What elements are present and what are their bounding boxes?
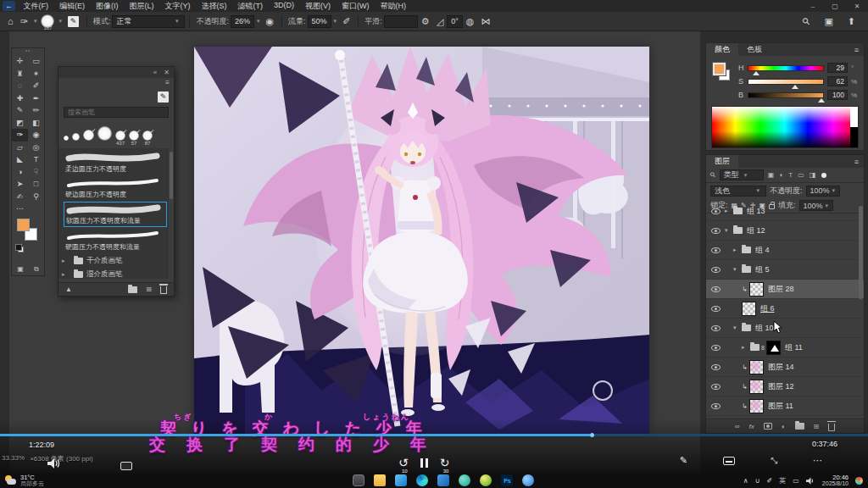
microsoft-store[interactable] (395, 474, 407, 486)
shrink-window-icon[interactable]: ⤡ (771, 456, 777, 466)
quick-mask-icon[interactable]: ▣ (17, 265, 24, 274)
visibility-toggle[interactable] (706, 364, 725, 370)
weather-widget[interactable]: 31°C 局部多云 (0, 474, 144, 486)
subtitle-toggle-icon[interactable] (723, 457, 735, 465)
close-panel-icon[interactable]: ✕ (164, 69, 170, 76)
expand-arrow-icon[interactable]: ▸ (742, 344, 750, 351)
patch-tool[interactable]: ◩ (12, 117, 28, 130)
saturation-value[interactable]: 62 (827, 76, 848, 86)
pencil-icon[interactable]: ✎ (680, 455, 687, 466)
move-tool[interactable]: ✛ (12, 55, 28, 68)
brush-folder-1[interactable]: ▸湿介质画笔 (62, 268, 169, 279)
new-group-icon[interactable] (128, 286, 137, 293)
zoom-level[interactable]: 33.33% (2, 454, 25, 463)
smoothing-input[interactable] (384, 15, 418, 28)
layer-row[interactable]: ▾组 12 (706, 221, 864, 241)
layer-row[interactable]: ▸组 4 (706, 241, 864, 260)
notification-icon[interactable] (855, 477, 863, 485)
visibility-toggle[interactable] (706, 267, 725, 273)
eraser-tool[interactable]: ▱ (12, 141, 28, 154)
layer-row[interactable]: ▸组 13 (706, 202, 864, 221)
magic-wand-tool[interactable]: ✶ (28, 68, 44, 80)
hand-tool[interactable]: ☟ (28, 166, 44, 179)
delete-brush-icon[interactable] (160, 286, 167, 294)
layer-row[interactable]: ▸8组 11 (706, 338, 864, 358)
visibility-toggle[interactable] (706, 345, 725, 351)
menu-item-7[interactable]: 3D(D) (269, 1, 300, 12)
new-group-icon[interactable] (795, 423, 804, 430)
menu-item-4[interactable]: 文字(Y) (159, 1, 196, 12)
visibility-toggle[interactable] (706, 384, 725, 390)
brush-preset[interactable]: 硬圆压力不透明度和流量 (64, 229, 167, 252)
color-spectrum[interactable] (711, 106, 859, 148)
panel-grip[interactable]: ▪▪ (12, 48, 44, 55)
brush-tip-5[interactable]: ✓57 (129, 130, 139, 141)
visibility-toggle[interactable] (706, 247, 725, 253)
opacity-input[interactable]: 26% (231, 15, 254, 28)
home-icon[interactable]: ⌂ (8, 16, 14, 26)
brush-tip-3[interactable] (97, 126, 112, 141)
paint-bucket-tool[interactable]: ◣ (12, 153, 28, 166)
chevron-down-icon[interactable]: ▾ (334, 18, 337, 25)
app-sphere[interactable] (480, 474, 492, 486)
airbrush-icon[interactable]: ✐ (342, 16, 350, 27)
tray-usb-icon[interactable]: ∪ (755, 477, 760, 485)
adjustment-layer-icon[interactable]: ◐ (782, 423, 786, 430)
mode-select[interactable]: 正常▾ (112, 15, 185, 28)
visibility-toggle[interactable] (706, 403, 725, 409)
app-tiles[interactable] (437, 474, 449, 486)
tray-pen-icon[interactable]: ✐ (767, 477, 773, 485)
edge-browser[interactable] (416, 474, 428, 486)
tab-swatches[interactable]: 色板 (738, 43, 771, 56)
layer-row[interactable]: 组 6 (706, 299, 864, 319)
back-icon[interactable]: ← (3, 1, 15, 11)
pause-button[interactable] (420, 458, 428, 468)
delete-layer-icon[interactable] (828, 424, 835, 431)
search-icon[interactable]: ⚲ (800, 15, 813, 28)
healing-brush-tool[interactable]: ✚ (12, 92, 28, 105)
mixer-brush-tool[interactable]: ✏ (28, 104, 44, 117)
new-brush-icon[interactable]: ⊞ (146, 286, 152, 293)
expand-arrow-icon[interactable]: ▾ (733, 266, 742, 273)
layer-filter-icon[interactable]: ◨ (810, 171, 816, 179)
forward-30-button[interactable]: ↻30 (440, 457, 450, 469)
pressure-opacity-icon[interactable]: ◉ (265, 16, 274, 27)
layer-thumbnail[interactable] (749, 282, 764, 297)
brush-settings-icon[interactable]: ✎ (158, 92, 169, 103)
brush-search[interactable] (64, 107, 169, 118)
menu-item-8[interactable]: 视图(V) (300, 1, 337, 12)
rewind-10-button[interactable]: ↺10 (398, 457, 409, 469)
maximize-button[interactable]: ▢ (824, 3, 846, 10)
chevron-down-icon[interactable]: ▾ (257, 18, 260, 25)
layer-filter-icon[interactable]: T (788, 171, 793, 179)
saturation-slider[interactable] (748, 79, 824, 85)
layer-thumbnail[interactable] (742, 302, 756, 316)
layer-row[interactable]: ▾组 10 (706, 319, 864, 338)
collapse-panel-icon[interactable]: « (153, 69, 157, 76)
panel-menu-icon[interactable]: ≡ (849, 46, 864, 54)
ime-indicator[interactable]: 英 (779, 476, 786, 485)
pressure-size-icon[interactable]: ◍ (466, 16, 475, 27)
brush-preset-picker[interactable]: 187 (41, 14, 54, 28)
layer-effects-icon[interactable]: fx (748, 423, 754, 430)
close-button[interactable]: ✕ (846, 3, 868, 10)
layer-filter-icon[interactable]: ▣ (768, 171, 775, 179)
path-select-tool[interactable]: ➤ (12, 178, 28, 191)
menu-item-5[interactable]: 选择(S) (196, 1, 232, 12)
screen-mode-icon[interactable]: ⧉ (34, 265, 39, 274)
zoom-tool[interactable]: ⚲ (28, 191, 44, 203)
app-window[interactable] (353, 474, 364, 486)
layer-row[interactable]: ↳图层 11 (706, 396, 864, 416)
app-round-blue[interactable] (522, 474, 534, 486)
layer-row[interactable]: ↳图层 12 (706, 377, 864, 396)
layer-row[interactable]: ↳图层 14 (706, 358, 864, 377)
blur-tool[interactable]: ◎ (28, 141, 44, 154)
menu-item-6[interactable]: 滤镜(T) (232, 1, 269, 12)
canvas-artwork[interactable] (194, 47, 649, 434)
pen-tool[interactable]: ✒ (28, 92, 44, 105)
toggle-brush-panel-icon[interactable]: ✎ (68, 16, 79, 27)
video-progress-bar[interactable] (0, 434, 868, 436)
symmetry-icon[interactable]: ⋈ (481, 16, 490, 27)
brush-tool-icon[interactable]: ✑ (20, 16, 28, 27)
history-brush-tool[interactable]: ✎ (12, 104, 28, 117)
